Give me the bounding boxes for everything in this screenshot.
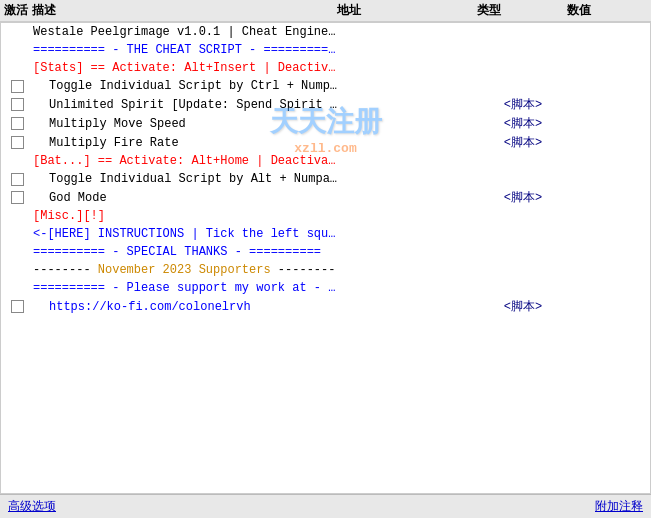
row-checkbox[interactable] bbox=[11, 117, 24, 130]
row-type: <脚本> bbox=[478, 189, 568, 206]
table-header: 激活 描述 地址 类型 数值 bbox=[0, 0, 651, 22]
header-activate: 激活 bbox=[4, 2, 32, 19]
table-row[interactable]: Toggle Individual Script by Alt + Numpad… bbox=[1, 170, 650, 188]
footer-add-annotation[interactable]: 附加注释 bbox=[595, 498, 643, 515]
row-desc: Multiply Move Speed bbox=[31, 117, 338, 131]
row-checkbox[interactable] bbox=[11, 98, 24, 111]
table-row[interactable]: Multiply Fire Rate<脚本> bbox=[1, 133, 650, 152]
table-row[interactable]: Multiply Move Speed<脚本> bbox=[1, 114, 650, 133]
row-desc: [Bat...] == Activate: Alt+Home | Deactiv… bbox=[31, 154, 338, 168]
row-type: <脚本> bbox=[478, 115, 568, 132]
table-row[interactable]: -------- November 2023 Supporters ------… bbox=[1, 261, 650, 279]
checkbox-cell bbox=[3, 191, 31, 204]
header-addr: 地址 bbox=[337, 2, 477, 19]
row-desc: <-[HERE] INSTRUCTIONS | Tick the left sq… bbox=[31, 227, 338, 241]
row-desc: https://ko-fi.com/colonelrvh bbox=[31, 300, 338, 314]
checkbox-cell bbox=[3, 136, 31, 149]
table-row[interactable]: Westale Peelgrimage v1.0.1 | Cheat Engin… bbox=[1, 23, 650, 41]
row-desc: Westale Peelgrimage v1.0.1 | Cheat Engin… bbox=[31, 25, 338, 39]
row-checkbox[interactable] bbox=[11, 191, 24, 204]
row-desc: Multiply Fire Rate bbox=[31, 136, 338, 150]
row-desc: ========== - THE CHEAT SCRIPT - ========… bbox=[31, 43, 338, 57]
table-row[interactable]: [Stats] == Activate: Alt+Insert | Deacti… bbox=[1, 59, 650, 77]
cheat-table: 天天注册 xzll.com Westale Peelgrimage v1.0.1… bbox=[0, 22, 651, 494]
row-desc: God Mode bbox=[31, 191, 338, 205]
checkbox-cell bbox=[3, 80, 31, 93]
table-row[interactable]: God Mode<脚本> bbox=[1, 188, 650, 207]
table-row[interactable]: [Misc.][!] bbox=[1, 207, 650, 225]
table-row[interactable]: <-[HERE] INSTRUCTIONS | Tick the left sq… bbox=[1, 225, 650, 243]
row-checkbox[interactable] bbox=[11, 300, 24, 313]
checkbox-cell bbox=[3, 300, 31, 313]
table-row[interactable]: [Bat...] == Activate: Alt+Home | Deactiv… bbox=[1, 152, 650, 170]
row-desc: Toggle Individual Script by Ctrl + Numpa… bbox=[31, 79, 338, 93]
row-desc: Toggle Individual Script by Alt + Numpad… bbox=[31, 172, 338, 186]
header-value: 数值 bbox=[567, 2, 647, 19]
table-row[interactable]: ========== - Please support my work at -… bbox=[1, 279, 650, 297]
row-type: <脚本> bbox=[478, 96, 568, 113]
table-row[interactable]: ========== - SPECIAL THANKS - ========== bbox=[1, 243, 650, 261]
row-type: <脚本> bbox=[478, 134, 568, 151]
rows-container: Westale Peelgrimage v1.0.1 | Cheat Engin… bbox=[1, 23, 650, 316]
row-checkbox[interactable] bbox=[11, 80, 24, 93]
footer-advanced-options[interactable]: 高级选项 bbox=[8, 498, 56, 515]
row-desc: ========== - SPECIAL THANKS - ========== bbox=[31, 245, 338, 259]
checkbox-cell bbox=[3, 117, 31, 130]
footer-bar: 高级选项 附加注释 bbox=[0, 494, 651, 518]
row-desc: -------- November 2023 Supporters ------… bbox=[31, 263, 338, 277]
table-row[interactable]: Unlimited Spirit [Update: Spend Spirit P… bbox=[1, 95, 650, 114]
row-desc: Unlimited Spirit [Update: Spend Spirit P… bbox=[31, 98, 338, 112]
row-desc: [Stats] == Activate: Alt+Insert | Deacti… bbox=[31, 61, 338, 75]
checkbox-cell bbox=[3, 98, 31, 111]
row-checkbox[interactable] bbox=[11, 173, 24, 186]
row-desc: ========== - Please support my work at -… bbox=[31, 281, 338, 295]
table-row[interactable]: Toggle Individual Script by Ctrl + Numpa… bbox=[1, 77, 650, 95]
table-row[interactable]: ========== - THE CHEAT SCRIPT - ========… bbox=[1, 41, 650, 59]
table-row[interactable]: https://ko-fi.com/colonelrvh<脚本> bbox=[1, 297, 650, 316]
row-desc: [Misc.][!] bbox=[31, 209, 338, 223]
row-type: <脚本> bbox=[478, 298, 568, 315]
header-type: 类型 bbox=[477, 2, 567, 19]
checkbox-cell bbox=[3, 173, 31, 186]
header-desc: 描述 bbox=[32, 2, 337, 19]
row-checkbox[interactable] bbox=[11, 136, 24, 149]
